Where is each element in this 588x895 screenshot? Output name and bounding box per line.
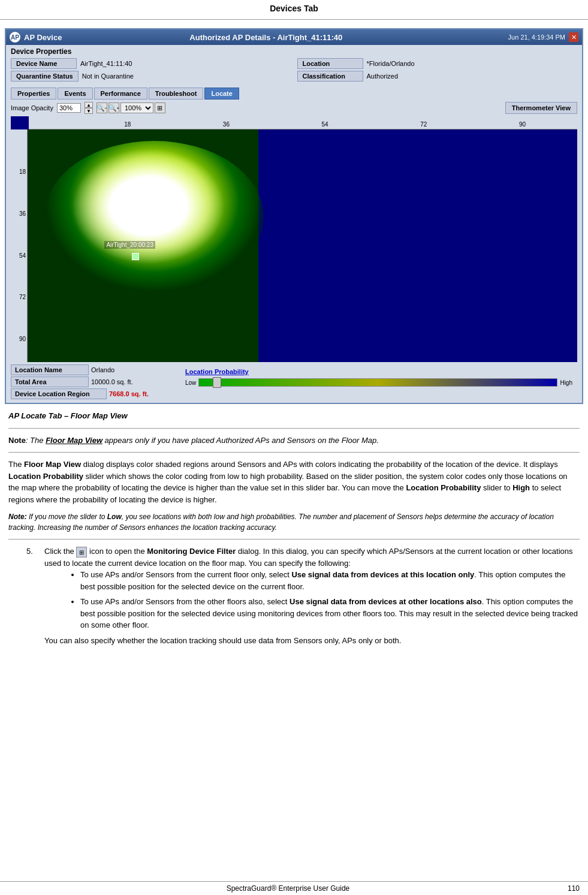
location-row: Location *Florida/Orlando [297, 58, 578, 69]
content-area: AP Locate Tab – Floor Map View Note: The… [0, 404, 588, 657]
bullet2-bold: Use signal data from devices at other lo… [290, 597, 482, 606]
para1-bold2: Location Probability [8, 472, 83, 481]
quarantine-value: Not in Quarantine [82, 73, 134, 80]
tick-top-18: 18 [124, 121, 131, 128]
map-canvas: AirTight_20:00:23 [28, 129, 577, 362]
note1-bold-italic: Floor Map View [46, 436, 102, 445]
tabs-bar: Properties Events Performance Troublesho… [6, 85, 582, 100]
tick-left-36: 36 [19, 210, 26, 216]
footer-center: SpectraGuard® Enterprise User Guide [8, 884, 568, 893]
step5-bold: Monitoring Device Filter [147, 547, 236, 556]
ruler-left-inner: 18 36 54 72 90 [11, 129, 27, 362]
step5-num: 5. [26, 546, 38, 646]
quarantine-row: Quarantine Status Not in Quarantine [11, 71, 291, 82]
tick-top-36: 36 [223, 121, 230, 128]
opacity-input[interactable] [57, 103, 81, 113]
figure-caption: AP Locate Tab – Floor Map View [8, 410, 580, 422]
close-button[interactable]: ✕ [569, 32, 578, 42]
ruler-top: 18 36 54 72 90 [29, 116, 577, 129]
thermometer-view-button[interactable]: Thermometer View [505, 102, 577, 114]
location-name-label: Location Name [11, 364, 89, 375]
zoom-group: 🔍− 🔍+ 100% ⊞ [97, 103, 165, 113]
step5-text1: Click the [44, 547, 76, 556]
location-name-value: Orlando [91, 366, 114, 373]
device-name-value: AirTight_41:11:40 [80, 60, 132, 67]
tab-performance[interactable]: Performance [94, 88, 147, 100]
para1-text3: slider to [481, 483, 512, 492]
para1-bold3: Location Probability [406, 483, 481, 492]
step5-content: Click the ⊞ icon to open the Monitoring … [44, 546, 580, 646]
tab-locate[interactable]: Locate [204, 88, 239, 100]
divider-1 [8, 428, 580, 429]
bullet2-text1: To use APs and/or Sensors from the other… [80, 597, 290, 606]
tick-left-72: 72 [19, 294, 26, 300]
tab-troubleshoot[interactable]: Troubleshoot [149, 88, 204, 100]
step5-end: You can also specify whether the locatio… [44, 636, 401, 645]
properties-grid: Device Name AirTight_41:11:40 Location *… [11, 58, 577, 82]
opacity-label: Image Opacity [11, 104, 53, 112]
footer-bar: SpectraGuard® Enterprise User Guide 110 [0, 881, 588, 895]
note1-colon: : The [26, 436, 46, 445]
tab-properties[interactable]: Properties [11, 88, 56, 100]
tab-events[interactable]: Events [58, 88, 92, 100]
page-title: Devices Tab [0, 0, 588, 20]
quarantine-label: Quarantine Status [11, 71, 79, 82]
section-title: Device Properties [11, 47, 577, 56]
bottom-grid: Location Name Orlando Total Area 10000.0… [11, 364, 577, 400]
total-area-label: Total Area [11, 376, 89, 387]
zoom-select[interactable]: 100% [120, 103, 153, 113]
ruler-left: 18 36 54 72 90 [11, 129, 28, 362]
zoom-in-icon[interactable]: 🔍+ [108, 103, 119, 113]
note-2: Note: If you move the slider to Low, you… [8, 511, 580, 533]
prob-low-label: Low [185, 379, 196, 386]
total-area-value: 10000.0 sq. ft. [91, 378, 133, 385]
tick-left-90: 90 [19, 336, 26, 342]
divider-2 [8, 452, 580, 453]
bullet-2: To use APs and/or Sensors from the other… [80, 596, 580, 631]
bullet1-bold: Use signal data from devices at this loc… [291, 570, 474, 579]
device-region-value: 7668.0 sq. ft. [109, 390, 149, 397]
divider-3 [8, 539, 580, 540]
location-value: *Florida/Orlando [367, 60, 415, 67]
note2-prefix: Note: [8, 513, 27, 521]
device-marker [132, 253, 139, 260]
para1-bold4: High [512, 483, 530, 492]
zoom-fit-icon[interactable]: ⊞ [155, 103, 165, 113]
probability-bar-row: Low High [185, 378, 572, 387]
device-label: AirTight_20:00:23 [104, 241, 155, 249]
bullet-1: To use APs and/or Sensors from the curre… [80, 569, 580, 592]
note-1: Note: The Floor Map View appears only if… [8, 435, 580, 447]
note2-italic-low: Low [107, 513, 122, 521]
bullet-list: To use APs and/or Sensors from the curre… [44, 569, 580, 631]
para1-bold1: Floor Map View [24, 460, 81, 469]
location-label: Location [297, 58, 363, 69]
map-area: Length in Feet ------> 18 36 54 72 90 18… [11, 116, 577, 362]
window-header-detail: Authorized AP Details - AirTight_41:11:4… [189, 33, 342, 42]
probability-title[interactable]: Location Probability [185, 368, 249, 375]
location-name-row: Location Name Orlando [11, 364, 179, 375]
step-5: 5. Click the ⊞ icon to open the Monitori… [8, 546, 580, 646]
spin-up-btn[interactable]: ▲ [85, 102, 93, 108]
zoom-out-icon[interactable]: 🔍− [97, 103, 107, 113]
tick-top-90: 90 [519, 121, 526, 128]
probability-bar[interactable] [198, 378, 557, 387]
bottom-left-col: Location Name Orlando Total Area 10000.0… [11, 364, 179, 400]
para1-text1: dialog displays color shaded regions aro… [81, 460, 558, 469]
device-properties-section: Device Properties Device Name AirTight_4… [6, 45, 582, 85]
probability-slider[interactable] [213, 377, 221, 388]
spin-down-btn[interactable]: ▼ [85, 108, 93, 114]
note1-prefix: Note [8, 436, 26, 445]
window-titlebar: AP AP Device Authorized AP Details - Air… [6, 29, 582, 45]
window-title-static: AP Device [24, 33, 62, 42]
device-name-row: Device Name AirTight_41:11:40 [11, 58, 291, 69]
bottom-info: Location Name Orlando Total Area 10000.0… [6, 362, 582, 403]
step5-text2: icon to open the [89, 547, 147, 556]
device-name-label: Device Name [11, 58, 77, 69]
note2-text: If you move the slider to [27, 513, 107, 521]
device-region-label: Device Location Region [11, 388, 107, 399]
note1-rest: appears only if you have placed Authoriz… [102, 436, 379, 445]
tick-left-54: 54 [19, 252, 26, 258]
total-area-row: Total Area 10000.0 sq. ft. [11, 376, 179, 387]
ruler-top-inner: 18 36 54 72 90 [29, 116, 577, 129]
prob-high-label: High [560, 379, 572, 386]
